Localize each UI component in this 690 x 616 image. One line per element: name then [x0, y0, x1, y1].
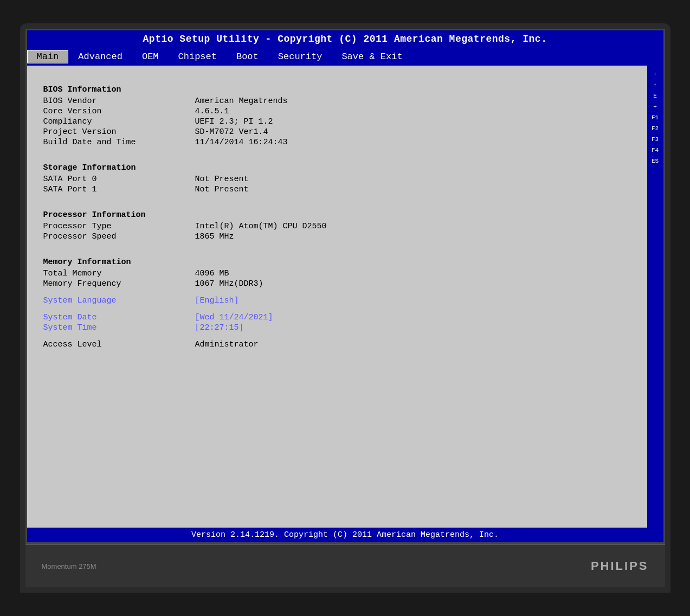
compliancy-value: UEFI 2.3; PI 1.2: [195, 117, 273, 126]
processor-speed-row: Processor Speed 1865 MHz: [43, 232, 631, 241]
monitor-brand-left: Momentum 275M: [42, 562, 96, 570]
bios-container: Aptio Setup Utility - Copyright (C) 2011…: [27, 30, 663, 542]
build-date-value: 11/14/2014 16:24:43: [195, 138, 288, 147]
menu-save-exit[interactable]: Save & Exit: [332, 50, 412, 63]
processor-type-row: Processor Type Intel(R) Atom(TM) CPU D25…: [43, 222, 631, 231]
sidebar-key-plus: +: [653, 71, 657, 78]
project-version-label: Project Version: [43, 127, 195, 137]
title-bar: Aptio Setup Utility - Copyright (C) 2011…: [27, 30, 663, 48]
access-level-value: Administrator: [195, 340, 259, 349]
bios-vendor-label: BIOS Vendor: [43, 97, 195, 106]
access-level-row: Access Level Administrator: [43, 340, 631, 349]
sidebar-key-f1: F1: [652, 114, 659, 121]
status-text: Version 2.14.1219. Copyright (C) 2011 Am…: [191, 530, 499, 540]
menu-boot[interactable]: Boot: [227, 50, 268, 63]
system-time-row[interactable]: System Time [22:27:15]: [43, 323, 631, 332]
sidebar-key-f3: F3: [652, 136, 659, 143]
bios-vendor-row: BIOS Vendor American Megatrends: [43, 97, 631, 106]
monitor-brand-right: PHILIPS: [591, 559, 649, 573]
monitor-bottom: Momentum 275M PHILIPS: [25, 544, 665, 587]
menu-chipset[interactable]: Chipset: [169, 50, 227, 63]
system-date-row[interactable]: System Date [Wed 11/24/2021]: [43, 313, 631, 322]
main-panel: BIOS Information BIOS Vendor American Me…: [27, 66, 647, 528]
total-memory-row: Total Memory 4096 MB: [43, 269, 631, 278]
sata0-value: Not Present: [195, 175, 249, 184]
menu-oem[interactable]: OEM: [132, 50, 169, 63]
memory-freq-row: Memory Frequency 1067 MHz(DDR3): [43, 279, 631, 288]
screen: Aptio Setup Utility - Copyright (C) 2011…: [25, 29, 665, 544]
sidebar-key-f2: F2: [652, 125, 659, 132]
bios-info-header: BIOS Information: [43, 85, 631, 94]
menu-security[interactable]: Security: [268, 50, 332, 63]
sata1-value: Not Present: [195, 185, 249, 194]
core-version-label: Core Version: [43, 107, 195, 116]
project-version-row: Project Version SD-M7072 Ver1.4: [43, 127, 631, 137]
processor-speed-label: Processor Speed: [43, 232, 195, 241]
core-version-value: 4.6.5.1: [195, 107, 229, 116]
compliancy-label: Compliancy: [43, 117, 195, 126]
storage-info-header: Storage Information: [43, 163, 631, 172]
sata1-row: SATA Port 1 Not Present: [43, 185, 631, 194]
processor-info-header: Processor Information: [43, 210, 631, 220]
system-time-label[interactable]: System Time: [43, 323, 195, 332]
sata0-row: SATA Port 0 Not Present: [43, 175, 631, 184]
sidebar-key-e: E: [653, 93, 657, 99]
title-text: Aptio Setup Utility - Copyright (C) 2011…: [143, 34, 547, 44]
build-date-label: Build Date and Time: [43, 138, 195, 147]
total-memory-label: Total Memory: [43, 269, 195, 278]
system-time-value[interactable]: [22:27:15]: [195, 323, 244, 332]
sidebar-key-es: ES: [652, 158, 659, 164]
total-memory-value: 4096 MB: [195, 269, 229, 278]
menu-advanced[interactable]: Advanced: [68, 50, 132, 63]
sidebar-key-plus2: +: [653, 104, 657, 110]
menu-main[interactable]: Main: [27, 50, 69, 63]
status-bar: Version 2.14.1219. Copyright (C) 2011 Am…: [27, 528, 663, 542]
compliancy-row: Compliancy UEFI 2.3; PI 1.2: [43, 117, 631, 126]
core-version-row: Core Version 4.6.5.1: [43, 107, 631, 116]
processor-type-label: Processor Type: [43, 222, 195, 231]
project-version-value: SD-M7072 Ver1.4: [195, 127, 268, 137]
system-language-label[interactable]: System Language: [43, 296, 195, 305]
sata0-label: SATA Port 0: [43, 175, 195, 184]
monitor: Aptio Setup Utility - Copyright (C) 2011…: [20, 23, 670, 593]
sata1-label: SATA Port 1: [43, 185, 195, 194]
content-area: BIOS Information BIOS Vendor American Me…: [27, 66, 663, 528]
system-language-row[interactable]: System Language [English]: [43, 296, 631, 305]
memory-info-header: Memory Information: [43, 258, 631, 267]
memory-freq-label: Memory Frequency: [43, 279, 195, 288]
bios-vendor-value: American Megatrends: [195, 97, 288, 106]
right-sidebar: + ↑ E + F1 F2 F3 F4 ES: [647, 66, 663, 528]
system-date-value[interactable]: [Wed 11/24/2021]: [195, 313, 273, 322]
build-date-row: Build Date and Time 11/14/2014 16:24:43: [43, 138, 631, 147]
memory-freq-value: 1067 MHz(DDR3): [195, 279, 263, 288]
system-language-value[interactable]: [English]: [195, 296, 239, 305]
sidebar-key-f4: F4: [652, 147, 659, 153]
processor-speed-value: 1865 MHz: [195, 232, 234, 241]
sidebar-key-up: ↑: [653, 82, 657, 88]
system-date-label[interactable]: System Date: [43, 313, 195, 322]
menu-bar[interactable]: Main Advanced OEM Chipset Boot Security …: [27, 48, 663, 66]
access-level-label: Access Level: [43, 340, 195, 349]
processor-type-value: Intel(R) Atom(TM) CPU D2550: [195, 222, 327, 231]
